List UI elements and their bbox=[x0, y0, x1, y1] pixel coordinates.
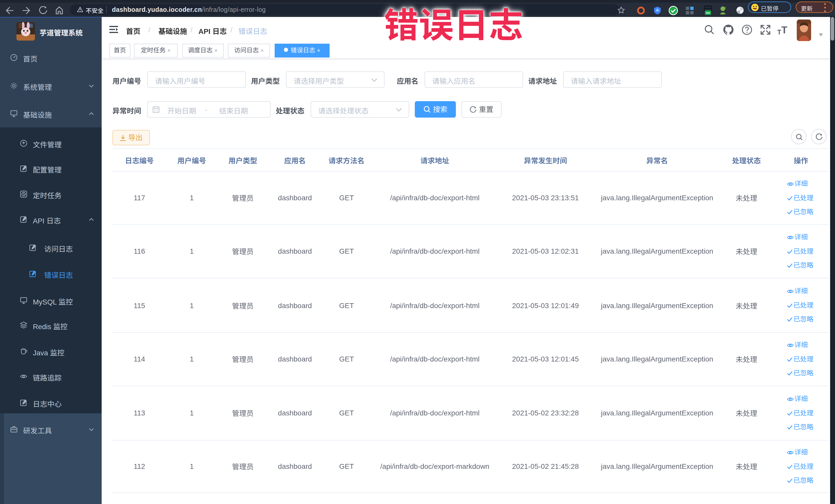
svg-text:on: on bbox=[706, 11, 710, 15]
